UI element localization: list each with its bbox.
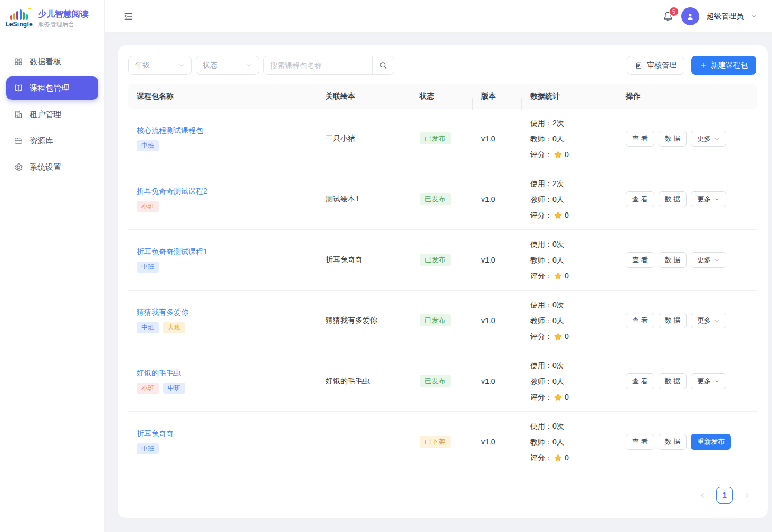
republish-button[interactable]: 重新发布 [691, 434, 731, 450]
search-box [263, 56, 394, 75]
version-cell: v1.0 [473, 134, 522, 143]
book-cell: 猜猜我有多爱你 [317, 316, 411, 325]
status-filter-label: 状态 [203, 61, 217, 70]
actions-cell: 查 看 数 据 更多 [617, 313, 757, 328]
user-name[interactable]: 超级管理员 [707, 12, 744, 21]
usage-stat: 使用：0次 [530, 236, 617, 252]
table-header: 课程包名称 关联绘本 状态 版本 数据统计 操作 [128, 84, 757, 109]
grade-filter-select[interactable]: 年级 [128, 56, 192, 75]
menu-fold-button[interactable] [123, 11, 134, 22]
chevron-left-icon [699, 492, 706, 499]
usage-label: 使用： [530, 115, 552, 131]
status-filter-select[interactable]: 状态 [196, 56, 259, 75]
view-button[interactable]: 查 看 [626, 131, 654, 147]
package-name-link[interactable]: 折耳兔奇奇测试课程2 [137, 187, 207, 196]
data-button[interactable]: 数 据 [659, 252, 687, 268]
more-button[interactable]: 更多 [691, 252, 726, 268]
previous-page-button[interactable] [694, 487, 711, 504]
sidebar-item-resources[interactable]: 资源库 [6, 129, 98, 152]
column-header-name: 课程包名称 [128, 92, 317, 101]
next-page-button[interactable] [738, 487, 755, 504]
usage-label: 使用： [530, 236, 552, 252]
data-button[interactable]: 数 据 [659, 373, 687, 389]
brand-name: LeSingle [5, 21, 33, 28]
package-name-cell: 猜猜我有多爱你 中班大班 [128, 308, 317, 333]
package-name-link[interactable]: 折耳兔奇奇 [137, 429, 174, 439]
sidebar-item-settings[interactable]: 系统设置 [6, 156, 98, 179]
rating-value: 0 [565, 268, 569, 284]
chevron-down-icon[interactable] [751, 13, 757, 20]
more-button[interactable]: 更多 [691, 313, 726, 328]
teacher-label: 教师： [530, 313, 552, 328]
package-name-link[interactable]: 好饿的毛毛虫 [137, 369, 181, 378]
teacher-label: 教师： [530, 252, 552, 268]
rating-label: 评分： [530, 389, 552, 405]
more-label: 更多 [697, 316, 711, 325]
view-button[interactable]: 查 看 [626, 252, 654, 268]
review-management-label: 审核管理 [647, 61, 676, 70]
more-button[interactable]: 更多 [691, 373, 726, 389]
usage-value: 2次 [552, 176, 564, 191]
version-cell: v1.0 [473, 316, 522, 325]
package-name-link[interactable]: 核心流程测试课程包 [137, 126, 203, 136]
data-label: 数 据 [665, 134, 681, 143]
rating-label: 评分： [530, 450, 552, 466]
sidebar-item-dashboard[interactable]: 数据看板 [6, 50, 98, 73]
search-button[interactable] [372, 56, 394, 74]
rating-label: 评分： [530, 207, 552, 223]
grade-filter-label: 年级 [135, 61, 150, 70]
grade-tags: 小班 [137, 201, 317, 211]
teacher-stat: 教师：0人 [530, 131, 617, 147]
sidebar-item-course-packages[interactable]: 课程包管理 [6, 76, 98, 100]
actions-cell: 查 看 数 据 重新发布 [617, 434, 757, 450]
data-label: 数 据 [665, 255, 681, 265]
view-button[interactable]: 查 看 [626, 373, 654, 389]
table-row: 折耳兔奇奇 中班 已下架 v1.0 使用：0次 教师：0人 评分： 0 查 看 [128, 412, 757, 472]
view-button[interactable]: 查 看 [626, 313, 654, 328]
sidebar: LeSingle 少儿智慧阅读 服务管理后台 数据看板 课程包管理 [0, 0, 105, 532]
avatar[interactable] [681, 7, 699, 25]
usage-value: 0次 [552, 236, 564, 252]
table-row: 折耳兔奇奇测试课程2 小班 测试绘本1 已发布 v1.0 使用：2次 教师：0人… [128, 169, 757, 230]
usage-stat: 使用：2次 [530, 115, 617, 131]
book-icon [14, 83, 23, 93]
teacher-value: 0人 [552, 313, 564, 328]
view-button[interactable]: 查 看 [626, 191, 654, 207]
user-icon [685, 12, 695, 21]
book-cell: 三只小猪 [317, 134, 411, 143]
review-management-button[interactable]: 审核管理 [627, 56, 684, 75]
package-name-link[interactable]: 折耳兔奇奇测试课程1 [137, 247, 207, 257]
top-header: 5 超级管理员 [105, 0, 772, 33]
status-cell: 已发布 [411, 316, 473, 325]
notifications-button[interactable]: 5 [662, 11, 674, 22]
star-icon [554, 393, 563, 402]
chevron-right-icon [744, 492, 750, 499]
republish-label: 重新发布 [697, 437, 725, 447]
usage-label: 使用： [530, 297, 552, 313]
status-cell: 已下架 [411, 437, 473, 447]
data-button[interactable]: 数 据 [659, 191, 687, 207]
star-icon [554, 211, 563, 220]
notification-badge: 5 [669, 7, 679, 16]
rating-stat: 评分： 0 [530, 389, 617, 405]
package-name-link[interactable]: 猜猜我有多爱你 [137, 308, 188, 317]
create-package-button[interactable]: 新建课程包 [691, 56, 756, 75]
usage-value: 0次 [552, 357, 564, 373]
view-button[interactable]: 查 看 [626, 434, 654, 450]
data-button[interactable]: 数 据 [659, 434, 687, 450]
chevron-down-icon [714, 136, 720, 142]
more-button[interactable]: 更多 [691, 191, 726, 207]
data-button[interactable]: 数 据 [659, 313, 687, 328]
page-number-button[interactable]: 1 [716, 487, 733, 504]
more-label: 更多 [697, 255, 711, 265]
search-input[interactable] [264, 56, 372, 74]
gear-icon [14, 162, 23, 172]
sidebar-item-tenants[interactable]: 租户管理 [6, 103, 98, 126]
column-header-version: 版本 [473, 92, 522, 101]
grade-tag: 大班 [163, 322, 185, 333]
status-badge: 已发布 [420, 254, 451, 266]
data-button[interactable]: 数 据 [659, 131, 687, 147]
teacher-label: 教师： [530, 373, 552, 389]
more-button[interactable]: 更多 [691, 131, 726, 147]
teacher-value: 0人 [552, 373, 564, 389]
